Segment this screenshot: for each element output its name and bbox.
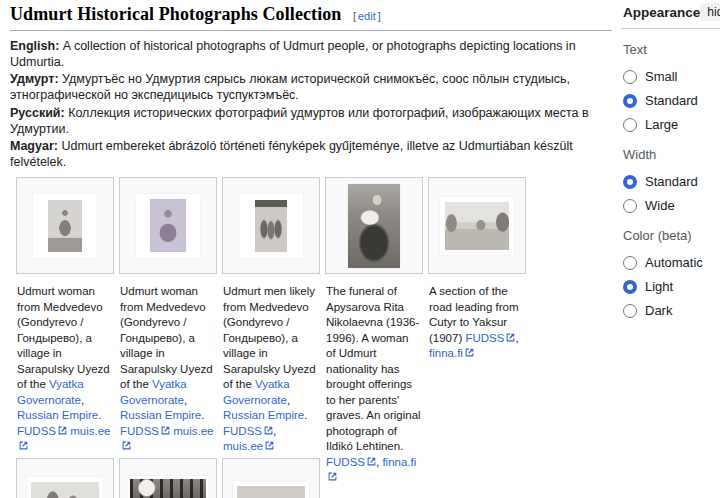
description-line: Magyar: Udmurt embereket ábrázoló történ… xyxy=(10,138,612,170)
appearance-section: TextSmallStandardLarge xyxy=(621,42,720,134)
gallery-item xyxy=(222,458,320,498)
photo-thumbnail[interactable] xyxy=(136,194,200,258)
photo-thumbnail[interactable] xyxy=(239,194,303,258)
gallery-item: Udmurt woman from Medvedevo (Gondyrevo /… xyxy=(119,177,217,458)
description-text: Удмуртъёс но Удмуртия сярысь люкам истор… xyxy=(10,72,570,102)
gallery-item: The funeral of Apysarova Rita Nikolaevna… xyxy=(325,177,423,458)
edit-link[interactable]: edit xyxy=(358,10,376,22)
caption-text: , xyxy=(273,425,276,437)
external-link-icon xyxy=(58,426,67,435)
photo-caption: Udmurt men likely from Medvedevo (Gondyr… xyxy=(222,284,320,455)
content-area: Udmurt Historical Photographs Collection… xyxy=(10,0,612,498)
external-link[interactable]: FUDSS xyxy=(326,456,376,468)
external-link-icon xyxy=(161,426,170,435)
photo-caption: A section of the road leading from Cutyr… xyxy=(428,284,526,362)
external-link-icon xyxy=(328,472,337,481)
road-bw-photo xyxy=(445,202,509,250)
radio-label: Automatic xyxy=(645,255,703,270)
description-text: Udmurt embereket ábrázoló történeti fény… xyxy=(10,139,573,169)
caption-text: . xyxy=(304,409,307,421)
gallery-item xyxy=(16,458,114,498)
page-title: Udmurt Historical Photographs Collection xyxy=(10,4,341,24)
village-bw-photo xyxy=(31,482,99,498)
language-label: Русский: xyxy=(10,106,68,120)
wiki-link[interactable]: Russian Empire xyxy=(17,409,98,421)
forest-bw-photo xyxy=(130,479,206,498)
caption-text: The funeral of Apysarova Rita Nikolaevna… xyxy=(326,285,421,452)
radio-input[interactable] xyxy=(623,304,637,318)
radio-label: Dark xyxy=(645,303,672,318)
caption-text: . xyxy=(98,409,101,421)
radio-input[interactable] xyxy=(623,199,637,213)
appearance-sections: TextSmallStandardLargeWidthStandardWideC… xyxy=(621,42,720,320)
gallery-box xyxy=(16,458,114,498)
section-label: Width xyxy=(623,147,720,162)
description-line: English: A collection of historical phot… xyxy=(10,38,612,70)
photo-thumbnail[interactable] xyxy=(33,194,97,258)
external-link[interactable]: finna.fi xyxy=(429,347,474,359)
photo-caption: Udmurt woman from Medvedevo (Gondyrevo /… xyxy=(16,284,114,455)
portrait-purple-photo xyxy=(150,199,186,252)
section-label: Text xyxy=(623,42,720,57)
radio-input[interactable] xyxy=(623,118,637,132)
radio-option-wide[interactable]: Wide xyxy=(621,196,720,215)
appearance-header: Appearance hide xyxy=(621,2,720,29)
radio-label: Small xyxy=(645,69,678,84)
radio-option-standard[interactable]: Standard xyxy=(621,91,720,110)
appearance-title: Appearance xyxy=(623,5,700,20)
caption-text: , xyxy=(184,394,187,406)
gallery-item: Udmurt woman from Medvedevo (Gondyrevo /… xyxy=(16,177,114,458)
appearance-panel: Appearance hide TextSmallStandardLargeWi… xyxy=(621,2,720,325)
radio-label: Wide xyxy=(645,198,675,213)
radio-input[interactable] xyxy=(623,256,637,270)
radio-option-dark[interactable]: Dark xyxy=(621,301,720,320)
page: Udmurt Historical Photographs Collection… xyxy=(0,0,720,498)
page-heading-row: Udmurt Historical Photographs Collection… xyxy=(10,0,612,31)
wiki-link[interactable]: Russian Empire xyxy=(120,409,201,421)
wiki-link[interactable]: Russian Empire xyxy=(223,409,304,421)
edit-section: [edit] xyxy=(353,10,381,22)
caption-text: Udmurt men likely from Medvedevo (Gondyr… xyxy=(223,285,316,390)
photo-thumbnail[interactable] xyxy=(127,476,209,498)
description-line: Русский: Коллекция исторических фотограф… xyxy=(10,105,612,137)
radio-label: Light xyxy=(645,279,673,294)
gallery-row-1: Udmurt woman from Medvedevo (Gondyrevo /… xyxy=(16,177,612,458)
photo-thumbnail[interactable] xyxy=(233,481,309,498)
radio-option-automatic[interactable]: Automatic xyxy=(621,253,720,272)
description-text: A collection of historical photographs o… xyxy=(10,39,576,69)
edit-bracket-open: [ xyxy=(353,10,356,22)
radio-input[interactable] xyxy=(623,280,637,294)
gallery-box xyxy=(428,177,526,274)
external-link[interactable]: FUDSS xyxy=(223,425,273,437)
language-label: Удмурт: xyxy=(10,72,62,86)
caption-text: , xyxy=(515,332,518,344)
radio-input[interactable] xyxy=(623,70,637,84)
funeral-bw-photo xyxy=(348,184,400,268)
photo-caption: The funeral of Apysarova Rita Nikolaevna… xyxy=(325,284,423,486)
external-link-icon xyxy=(465,348,474,357)
external-link-icon xyxy=(264,426,273,435)
gallery-row-2 xyxy=(16,458,612,498)
radio-option-standard[interactable]: Standard xyxy=(621,172,720,191)
houses-bw-photo xyxy=(237,486,305,498)
radio-label: Standard xyxy=(645,93,698,108)
photo-thumbnail[interactable] xyxy=(348,184,400,268)
radio-input[interactable] xyxy=(623,175,637,189)
appearance-hide-button[interactable]: hide xyxy=(700,3,720,21)
photo-thumbnail[interactable] xyxy=(440,197,514,255)
external-link[interactable]: FUDSS xyxy=(120,425,170,437)
appearance-section: Color (beta)AutomaticLightDark xyxy=(621,228,720,320)
external-link[interactable]: FUDSS xyxy=(17,425,67,437)
caption-text: , xyxy=(287,394,290,406)
external-link[interactable]: muis.ee xyxy=(223,440,274,452)
radio-option-small[interactable]: Small xyxy=(621,67,720,86)
external-link[interactable]: FUDSS xyxy=(465,332,515,344)
gallery-box xyxy=(222,458,320,498)
gallery-box xyxy=(325,177,423,274)
gallery-item: A section of the road leading from Cutyr… xyxy=(428,177,526,458)
radio-option-large[interactable]: Large xyxy=(621,115,720,134)
photo-thumbnail[interactable] xyxy=(27,477,103,498)
section-label: Color (beta) xyxy=(623,228,720,243)
radio-input[interactable] xyxy=(623,94,637,108)
radio-option-light[interactable]: Light xyxy=(621,277,720,296)
